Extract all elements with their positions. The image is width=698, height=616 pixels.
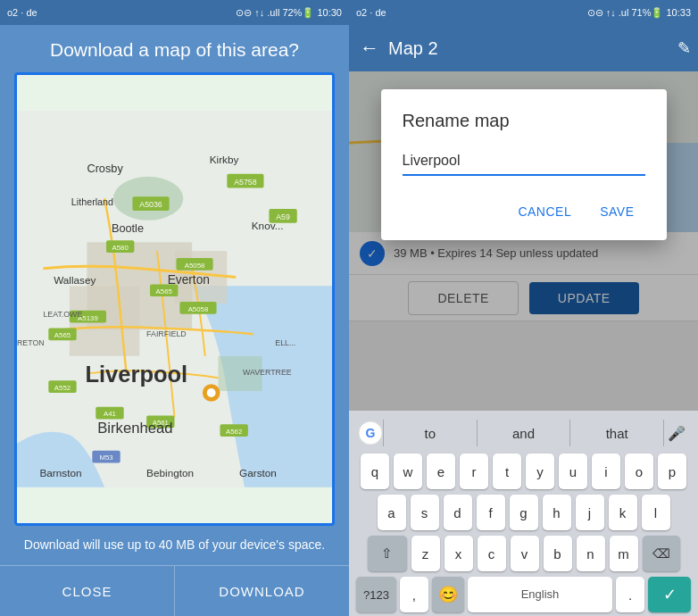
key-a[interactable]: a	[378, 495, 406, 530]
key-p[interactable]: p	[658, 454, 686, 489]
svg-text:Wallasey: Wallasey	[54, 275, 96, 287]
svg-text:RETON: RETON	[17, 338, 45, 347]
edit-button[interactable]: ✎	[677, 38, 691, 58]
svg-text:ELL...: ELL...	[275, 338, 295, 347]
svg-text:Bebington: Bebington	[146, 467, 194, 479]
key-v[interactable]: v	[511, 536, 539, 571]
carrier-right: o2 · de	[356, 7, 386, 18]
svg-text:FAIRFIELD: FAIRFIELD	[146, 330, 187, 339]
key-q[interactable]: q	[361, 454, 389, 489]
svg-text:G: G	[366, 426, 376, 440]
map-area: A5758 A5036 A59 A580 A5058 A5058 A565 A5…	[14, 72, 335, 526]
carrier-left: o2 · de	[7, 7, 37, 18]
key-e[interactable]: e	[427, 454, 455, 489]
svg-text:A41: A41	[104, 411, 116, 419]
comma-key[interactable]: ,	[400, 577, 428, 612]
back-button[interactable]: ←	[360, 37, 379, 60]
svg-text:Kirkby: Kirkby	[210, 154, 239, 165]
download-button[interactable]: DOWNLOAD	[175, 566, 349, 616]
key-y[interactable]: y	[526, 454, 554, 489]
key-f[interactable]: f	[477, 495, 505, 530]
svg-text:A5036: A5036	[139, 200, 162, 209]
svg-text:Garston: Garston	[239, 467, 277, 479]
modal-title: Rename map	[403, 111, 645, 131]
keyboard-row-4: ?123 , 😊 English . ✓	[353, 577, 694, 612]
status-icons-right: ⊙⊝ ↑↓ .ul 71%🔋 10:33	[587, 7, 691, 19]
svg-text:A565: A565	[54, 331, 71, 339]
svg-text:Knov...: Knov...	[252, 220, 284, 231]
svg-text:M53: M53	[99, 454, 113, 462]
rename-modal: Rename map CANCEL SAVE	[381, 89, 667, 240]
key-k[interactable]: k	[609, 495, 637, 530]
enter-key[interactable]: ✓	[648, 577, 691, 612]
status-icons-left: ⊙⊝ ↑↓ .ull 72%🔋 10:30	[236, 7, 342, 19]
save-button[interactable]: SAVE	[589, 197, 644, 226]
google-icon: G	[358, 420, 383, 445]
key-r[interactable]: r	[460, 454, 488, 489]
key-w[interactable]: w	[394, 454, 422, 489]
key-u[interactable]: u	[559, 454, 587, 489]
space-key[interactable]: English	[468, 577, 612, 612]
svg-text:A580: A580	[112, 244, 129, 252]
keyboard-row-3: ⇧ z x c v b n m ⌫	[353, 536, 694, 571]
key-l[interactable]: l	[642, 495, 670, 530]
svg-text:A565: A565	[156, 287, 173, 296]
right-content: Liverpool Rename map CANCEL SAVE ✓ 39 MB…	[349, 71, 698, 411]
svg-text:Bootle: Bootle	[112, 221, 144, 235]
suggestion-and[interactable]: and	[478, 422, 570, 445]
emoji-key[interactable]: 😊	[432, 577, 464, 612]
modal-buttons: CANCEL SAVE	[403, 197, 645, 226]
right-header: ← Map 2 ✎	[349, 25, 698, 71]
key-c[interactable]: c	[478, 536, 506, 571]
backspace-key[interactable]: ⌫	[643, 536, 680, 571]
svg-text:Everton: Everton	[168, 274, 210, 287]
svg-text:A5058: A5058	[188, 305, 209, 313]
keyboard: G to and that 🎤 q w e r t y u i o p a	[349, 411, 698, 616]
svg-text:Barnston: Barnston	[39, 467, 81, 479]
key-z[interactable]: z	[411, 536, 440, 571]
key-o[interactable]: o	[625, 454, 653, 489]
svg-text:Crosby: Crosby	[87, 162, 123, 175]
svg-text:Birkenhead: Birkenhead	[97, 420, 172, 437]
period-key[interactable]: .	[616, 577, 644, 612]
svg-text:Litherland: Litherland	[71, 196, 113, 207]
key-i[interactable]: i	[592, 454, 620, 489]
key-n[interactable]: n	[577, 536, 605, 571]
keyboard-row-1: q w e r t y u i o p	[353, 454, 694, 489]
key-m[interactable]: m	[610, 536, 638, 571]
key-g[interactable]: g	[510, 495, 538, 530]
modal-overlay: Rename map CANCEL SAVE	[349, 71, 698, 411]
left-panel: o2 · de ⊙⊝ ↑↓ .ull 72%🔋 10:30 Download a…	[0, 0, 349, 616]
suggestion-that[interactable]: that	[570, 422, 663, 445]
status-bar-right: o2 · de ⊙⊝ ↑↓ .ul 71%🔋 10:33	[349, 0, 698, 25]
map-description: Download will use up to 40 MB of your de…	[0, 526, 349, 565]
svg-text:A5758: A5758	[234, 178, 257, 187]
close-button[interactable]: CLOSE	[0, 566, 175, 616]
right-panel: o2 · de ⊙⊝ ↑↓ .ul 71%🔋 10:33 ← Map 2 ✎ L…	[349, 0, 698, 616]
key-b[interactable]: b	[544, 536, 572, 571]
left-buttons: CLOSE DOWNLOAD	[0, 565, 349, 616]
header-title: Map 2	[388, 38, 669, 59]
suggestion-to[interactable]: to	[384, 422, 477, 445]
map-name-input[interactable]	[403, 149, 645, 176]
key-s[interactable]: s	[411, 495, 439, 530]
key-h[interactable]: h	[543, 495, 571, 530]
svg-text:A562: A562	[226, 428, 242, 436]
key-j[interactable]: j	[576, 495, 604, 530]
svg-text:WAVERTREE: WAVERTREE	[243, 369, 292, 378]
keyboard-row-2: a s d f g h j k l	[353, 495, 694, 530]
svg-text:A552: A552	[54, 384, 71, 392]
key-d[interactable]: d	[444, 495, 472, 530]
left-title: Download a map of this area?	[0, 25, 349, 72]
keyboard-suggestions: G to and that 🎤	[353, 416, 694, 454]
key-t[interactable]: t	[493, 454, 521, 489]
status-bar-left: o2 · de ⊙⊝ ↑↓ .ull 72%🔋 10:30	[0, 0, 349, 25]
shift-key[interactable]: ⇧	[368, 536, 407, 571]
key-x[interactable]: x	[445, 536, 473, 571]
svg-text:LEAT.OWE: LEAT.OWE	[43, 310, 82, 319]
cancel-button[interactable]: CANCEL	[507, 197, 582, 226]
svg-point-52	[207, 388, 216, 397]
mic-icon[interactable]: 🎤	[664, 425, 689, 442]
svg-text:A5058: A5058	[185, 262, 205, 270]
numbers-key[interactable]: ?123	[356, 577, 396, 612]
